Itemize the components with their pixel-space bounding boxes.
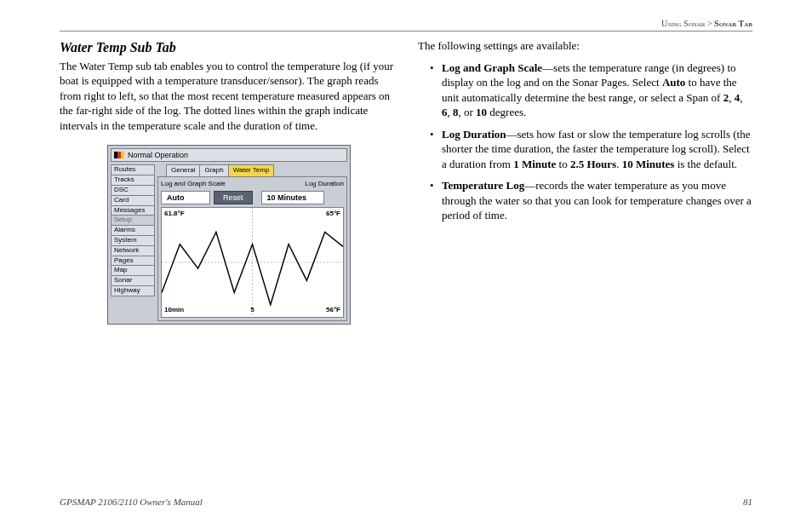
term: Temperature Log <box>442 179 524 192</box>
text: degrees. <box>487 106 526 118</box>
settings-lead: The following settings are available: <box>418 38 752 54</box>
scale-value[interactable]: Auto <box>161 191 210 204</box>
flag-icon <box>114 152 124 158</box>
val: 10 Minutes <box>622 158 675 170</box>
scale-label: Log and Graph Scale <box>161 180 226 189</box>
duration-label: Log Duration <box>305 180 344 189</box>
chart-current-temp: 61.8°F <box>164 210 185 219</box>
right-column: The following settings are available: Lo… <box>418 38 752 325</box>
manual-title: GPSMAP 2106/2110 Owner's Manual <box>60 497 203 507</box>
page-footer: GPSMAP 2106/2110 Owner's Manual 81 <box>60 497 752 507</box>
rule <box>60 31 752 32</box>
breadcrumb-page: Sonar Tab <box>714 19 752 28</box>
term: Log Duration <box>442 128 506 141</box>
page-number: 81 <box>743 497 752 507</box>
text: , or <box>459 106 477 118</box>
tab-graph[interactable]: Graph <box>199 164 228 176</box>
setting-log-graph-scale: Log and Graph Scale—sets the temperature… <box>430 60 752 120</box>
dash: — <box>506 128 517 141</box>
chart-duration: 10min <box>164 306 184 315</box>
chart-line-icon <box>162 208 343 317</box>
settings-list: Log and Graph Scale—sets the temperature… <box>430 60 752 223</box>
titlebar: Normal Operation <box>111 148 347 162</box>
sidebar-item-highway[interactable]: Highway <box>111 285 155 296</box>
breadcrumb-sep: > <box>705 19 714 28</box>
tab-general[interactable]: General <box>166 164 200 176</box>
breadcrumb: Using Sonar > Sonar Tab <box>661 19 752 28</box>
auto: Auto <box>662 76 685 89</box>
left-column: Water Temp Sub Tab The Water Temp sub ta… <box>60 38 394 325</box>
page-title: Water Temp Sub Tab <box>60 38 394 57</box>
setting-log-duration: Log Duration—sets how fast or slow the t… <box>430 127 752 172</box>
settings-panel: Log and Graph Scale Log Duration Auto Re… <box>157 176 347 321</box>
val: 10 <box>476 106 487 118</box>
setting-temperature-log: Temperature Log—records the water temper… <box>430 178 752 223</box>
device-screenshot: Normal Operation RoutesTracksDSCCardMess… <box>107 145 351 325</box>
text: , <box>740 91 742 104</box>
chart-max-temp: 65°F <box>326 210 340 219</box>
dash: — <box>542 61 553 74</box>
val: 2.5 Hours <box>570 158 616 170</box>
tab-bar: GeneralGraphWater Temp <box>166 164 347 176</box>
sidebar: RoutesTracksDSCCardMessagesSetupAlarmsSy… <box>111 164 155 321</box>
text: to <box>556 158 570 170</box>
chart-mid-tick: 5 <box>250 306 254 315</box>
titlebar-text: Normal Operation <box>128 150 188 160</box>
text: is the default. <box>674 158 737 170</box>
breadcrumb-section: Using Sonar <box>661 19 705 28</box>
val: 1 Minute <box>513 158 556 170</box>
term: Log and Graph Scale <box>442 61 542 74</box>
intro-paragraph: The Water Temp sub tab enables you to co… <box>60 59 394 134</box>
chart-min-temp: 56°F <box>326 306 340 315</box>
tab-water-temp[interactable]: Water Temp <box>228 164 275 176</box>
dash: — <box>524 179 535 192</box>
reset-button[interactable]: Reset <box>214 191 253 204</box>
temperature-chart: 61.8°F 65°F 10min 5 56°F <box>161 207 344 318</box>
duration-value[interactable]: 10 Minutes <box>261 191 324 204</box>
